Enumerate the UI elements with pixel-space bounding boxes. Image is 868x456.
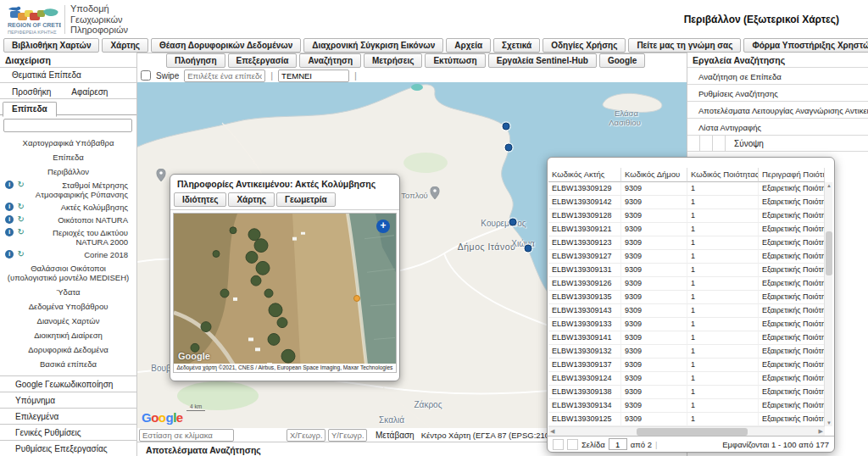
tab-layers[interactable]: Επίπεδα — [3, 102, 57, 117]
table-row[interactable]: ELBW13930912693091Εξαιρετικής Ποιότητας — [548, 277, 834, 291]
info-icon[interactable]: i — [5, 250, 14, 259]
table-row[interactable]: ELBW13930912493091Εξαιρετικής Ποιότητας — [548, 372, 834, 386]
table-row[interactable]: ELBW13930913893091Εξαιρετικής Ποιότητας — [548, 386, 834, 399]
layer-tree-item[interactable]: Δεδομένα Υποβάθρου — [2, 299, 135, 314]
vertical-scrollbar[interactable]: ▲ ▼ — [824, 182, 832, 426]
spatial-relation-input[interactable] — [278, 70, 349, 82]
result-tool-button-1[interactable] — [687, 136, 700, 151]
map-toolbar-button-3[interactable]: Αναζήτηση — [299, 53, 361, 68]
beach-marker[interactable] — [525, 245, 532, 253]
table-column-header[interactable]: Περιγραφή Ποιότητας Υ... — [759, 168, 825, 182]
beach-marker[interactable] — [509, 219, 517, 226]
table-row[interactable]: ELBW13930913493091Εξαιρετικής Ποιότητας — [548, 399, 834, 413]
swipe-layer-select[interactable] — [184, 70, 265, 82]
search-tool-item-2[interactable]: Ρυθμίσεις Αναζήτησης — [687, 85, 868, 102]
table-row[interactable]: ELBW13930913593091Εξαιρετικής Ποιότητας — [548, 291, 834, 304]
menu-tab-7[interactable]: Οδηγίες Χρήσης — [542, 38, 626, 53]
table-row[interactable]: ELBW13930913293091Εξαιρετικής Ποιότητας — [548, 345, 834, 359]
result-tool-button-2[interactable] — [700, 136, 713, 151]
layer-tree-item[interactable]: Περιβάλλον — [2, 164, 135, 179]
beach-marker[interactable] — [505, 144, 513, 152]
table-row[interactable]: ELBW13930914293091Εξαιρετικής Ποιότητας — [548, 196, 834, 209]
layer-tree-item[interactable]: i↻Ακτές Κολύμβησης — [2, 201, 135, 214]
layer-tree-item[interactable]: Χαρτογραφικά Υπόβαθρα — [2, 136, 135, 150]
prev-page-button[interactable] — [567, 439, 578, 450]
sidebar-section-1[interactable]: Google Γεωκωδικοποίηση — [0, 375, 136, 392]
map-toolbar-button-4[interactable]: Μετρήσεις — [364, 53, 422, 68]
table-row[interactable]: ELBW13930912593091Εξαιρετικής Ποιότητας — [548, 413, 834, 426]
table-column-header[interactable]: Κωδικός Δήμου — [621, 168, 687, 182]
sidebar-section-2[interactable]: Υπόμνημα — [0, 392, 136, 408]
layer-tree-item[interactable]: i↻Περιοχές του Δικτύου NATURA 2000 — [2, 226, 135, 248]
info-icon[interactable]: i — [5, 228, 14, 236]
horizontal-scrollbar[interactable]: ◀ ▶ — [548, 426, 825, 436]
map-toolbar-button-2[interactable]: Επεξεργασία — [228, 53, 298, 68]
table-row[interactable]: ELBW13930912193091Εξαιρετικής Ποιότητας — [548, 223, 834, 236]
scroll-down-icon[interactable]: ▼ — [825, 420, 833, 425]
map-toolbar-button-7[interactable]: Google — [599, 53, 645, 68]
table-row[interactable]: ELBW13930914193091Εξαιρετικής Ποιότητας — [548, 331, 834, 345]
menu-tab-6[interactable]: Σχετικά — [493, 38, 540, 53]
layer-tree-item[interactable]: Βασικά επίπεδα — [2, 357, 135, 371]
info-icon[interactable]: i — [5, 215, 14, 224]
y-coordinate-input[interactable] — [328, 429, 367, 442]
popup-tab-3[interactable]: Γεωμετρία — [276, 192, 336, 207]
x-coordinate-input[interactable] — [287, 429, 326, 442]
add-layer-button[interactable]: Προσθήκη — [12, 86, 51, 98]
zoom-to-layer-icon[interactable]: ↻ — [16, 228, 25, 236]
table-row[interactable]: ELBW13930913393091Εξαιρετικής Ποιότητας — [548, 318, 834, 331]
info-icon[interactable]: i — [5, 203, 14, 211]
zoom-in-button[interactable]: + — [376, 220, 390, 233]
layer-tree-item[interactable]: Δορυφορικά Δεδομένα — [2, 342, 135, 357]
sidebar-section-4[interactable]: Γενικές Ρυθμίσεις — [0, 424, 136, 440]
table-row[interactable]: ELBW13930912893091Εξαιρετικής Ποιότητας — [548, 209, 834, 223]
search-tool-item-1[interactable]: Αναζήτηση σε Επίπεδα — [687, 68, 868, 85]
table-row[interactable]: ELBW13930912993091Εξαιρετικής Ποιότητας — [548, 182, 834, 196]
layer-tree-item[interactable]: i↻Corine 2018 — [2, 248, 135, 261]
table-row[interactable]: ELBW13930912793091Εξαιρετικής Ποιότητας — [548, 250, 834, 264]
layer-tree-item[interactable]: i↻Οικότοποι NATURA — [2, 214, 135, 226]
page-number-input[interactable] — [609, 438, 627, 450]
popup-tab-2[interactable]: Χάρτης — [228, 192, 275, 207]
zoom-to-layer-icon[interactable]: ↻ — [16, 250, 25, 259]
scroll-up-icon[interactable]: ▲ — [825, 183, 833, 188]
swipe-checkbox[interactable] — [141, 70, 151, 81]
map-toolbar-button-6[interactable]: Εργαλεία Sentinel-Hub — [488, 53, 597, 68]
zoom-to-scale-input[interactable] — [139, 429, 234, 442]
sidebar-section-3[interactable]: Επιλεγμένα — [0, 408, 136, 424]
vertical-scroll-thumb[interactable] — [826, 231, 832, 275]
menu-tab-3[interactable]: Θέαση Δορυφορικών Δεδομένων — [151, 38, 301, 53]
sidebar-item-thematic-layers[interactable]: Θεματικά Επίπεδα — [0, 68, 136, 83]
search-tool-item-4[interactable]: Λίστα Αντιγραφής — [687, 119, 868, 136]
beach-marker[interactable] — [503, 123, 510, 131]
layer-tree-item[interactable]: i↻Σταθμοί Μέτρησης Ατμοσφαιρικής Ρύπανση… — [2, 179, 135, 201]
table-row[interactable]: ELBW13930912393091Εξαιρετικής Ποιότητας — [548, 236, 834, 250]
popup-tab-1[interactable]: Ιδιότητες — [174, 192, 226, 207]
menu-tab-8[interactable]: Πείτε μας τη γνώμη σας — [628, 38, 741, 53]
layer-filter-input[interactable] — [3, 119, 132, 132]
menu-tab-4[interactable]: Διαχρονική Σύγκριση Εικόνων — [303, 38, 443, 53]
layer-tree-item[interactable]: Ύδατα — [2, 285, 135, 299]
go-to-coordinates-button[interactable]: Μετάβαση — [376, 431, 415, 440]
menu-tab-9[interactable]: Φόρμα Υποστήριξης Χρηστών — [743, 38, 868, 53]
search-tool-item-3[interactable]: Αποτελέσματα Λειτουργίας Αναγνώρισης Αντ… — [687, 102, 868, 119]
horizontal-scroll-thumb[interactable] — [637, 428, 747, 436]
zoom-to-layer-icon[interactable]: ↻ — [16, 181, 25, 189]
menu-tab-5[interactable]: Αρχεία — [446, 38, 491, 53]
layer-tree-item[interactable]: Διανομές Χαρτών — [2, 314, 135, 328]
table-column-header[interactable]: Κωδικός Ποιότητας Υδά... — [687, 168, 759, 182]
menu-tab-1[interactable]: Βιβλιοθήκη Χαρτών — [3, 38, 99, 53]
map-toolbar-button-5[interactable]: Εκτύπωση — [425, 53, 485, 68]
result-tool-button-3[interactable] — [713, 136, 726, 151]
zoom-to-layer-icon[interactable]: ↻ — [16, 215, 25, 224]
table-row[interactable]: ELBW13930913193091Εξαιρετικής Ποιότητας — [548, 264, 834, 277]
layer-tree-item[interactable]: Διοικητική Διαίρεση — [2, 328, 135, 342]
table-row[interactable]: ELBW13930914393091Εξαιρετικής Ποιότητας — [548, 304, 834, 318]
menu-tab-2[interactable]: Χάρτης — [102, 38, 148, 53]
scroll-left-icon[interactable]: ◀ — [550, 428, 554, 435]
sidebar-section-5[interactable]: Ρυθμίσεις Επεξεργασίας — [0, 440, 136, 456]
layer-tree-item[interactable]: Επίπεδα — [2, 150, 135, 164]
first-page-button[interactable] — [553, 439, 564, 450]
map-toolbar-button-1[interactable]: Πλοήγηση — [166, 53, 225, 68]
zoom-to-layer-icon[interactable]: ↻ — [16, 203, 25, 211]
